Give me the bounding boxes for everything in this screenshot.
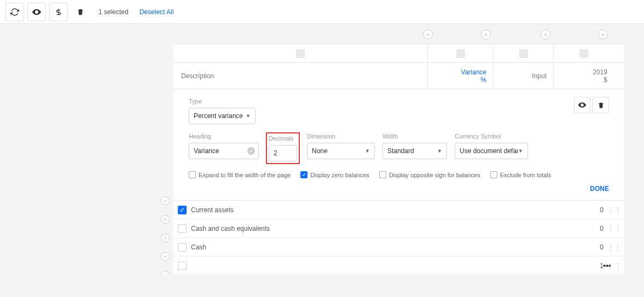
refresh-button[interactable] <box>5 3 24 21</box>
row-description: Cash <box>191 243 537 251</box>
add-column-button[interactable]: + <box>423 30 433 39</box>
report-panel: Description Variance % Input 2019 $ Type… <box>173 44 624 275</box>
add-column-button[interactable]: + <box>541 30 550 39</box>
delete-button[interactable] <box>71 3 90 21</box>
chevron-down-icon: ▼ <box>437 148 442 154</box>
expand-width-checkbox[interactable]: Expand to fill the width of the page <box>189 171 291 178</box>
add-column-row: + + + + <box>0 24 644 44</box>
column-checkbox[interactable] <box>456 49 465 58</box>
deselect-all-link[interactable]: Deselect All <box>140 8 174 16</box>
drag-handle-icon[interactable]: ⋮⋮ <box>607 224 621 233</box>
opposite-sign-checkbox[interactable]: Display opposite sign for balances <box>379 171 480 178</box>
drag-handle-icon[interactable]: ⋮⋮ <box>607 261 621 270</box>
row-checkbox[interactable] <box>178 243 187 252</box>
table-row[interactable]: + ✓ Current assets 0 ⋮⋮ <box>173 201 624 219</box>
exclude-totals-checkbox[interactable]: Exclude from totals <box>490 171 552 178</box>
chevron-down-icon: ▼ <box>246 113 251 119</box>
visibility-button[interactable] <box>574 97 590 113</box>
header-variance[interactable]: Variance % <box>428 63 494 89</box>
drag-handle-icon[interactable]: ⋮⋮ <box>607 243 621 252</box>
column-header-row: Description Variance % Input 2019 $ <box>173 63 624 89</box>
type-select[interactable]: Percent variance ▼ <box>189 108 256 124</box>
column-checkbox-row <box>173 44 624 63</box>
heading-label: Heading <box>189 133 259 139</box>
selection-toolbar: 1 selected Deselect All <box>0 0 644 24</box>
row-checkbox[interactable] <box>178 261 187 270</box>
dimension-label: Dimension <box>307 133 375 139</box>
row-description: Current assets <box>191 206 537 214</box>
row-checkbox[interactable] <box>178 224 187 233</box>
clear-icon[interactable]: × <box>247 147 255 155</box>
currency-button[interactable] <box>49 3 68 21</box>
dimension-select[interactable]: None ▼ <box>307 143 375 159</box>
heading-input[interactable]: Variance × <box>189 143 259 159</box>
row-description: Cash and cash equivalents <box>191 225 537 232</box>
width-select[interactable]: Standard ▼ <box>382 143 447 159</box>
add-row-button[interactable]: + <box>161 196 170 205</box>
row-checkbox[interactable]: ✓ <box>178 206 187 214</box>
add-column-button[interactable]: + <box>598 30 608 39</box>
chevron-down-icon: ▼ <box>365 148 370 154</box>
currency-label: Currency Symbol <box>455 133 528 139</box>
drag-handle-icon[interactable]: ⋮⋮ <box>607 206 621 214</box>
add-row-button[interactable]: + <box>161 215 170 224</box>
header-year[interactable]: 2019 $ <box>554 63 614 89</box>
delete-button[interactable] <box>593 97 609 113</box>
column-checkbox[interactable] <box>296 49 305 58</box>
chevron-down-icon: ▼ <box>518 148 523 154</box>
done-button[interactable]: DONE <box>590 185 609 193</box>
add-row-button[interactable]: + <box>161 234 170 242</box>
decimals-label: Decimals <box>269 135 297 142</box>
selection-count: 1 selected <box>98 8 129 16</box>
add-column-button[interactable]: + <box>481 30 491 39</box>
table-row[interactable]: + Cash 0 ⋮⋮ <box>173 238 624 257</box>
type-label: Type <box>189 98 609 104</box>
currency-select[interactable]: Use document default ▼ <box>455 143 528 159</box>
width-label: Width <box>382 133 447 139</box>
column-checkbox[interactable] <box>519 49 528 58</box>
decimals-input[interactable]: 2 <box>269 145 297 161</box>
decimals-field-highlight: Decimals 2 <box>266 133 299 164</box>
header-input[interactable]: Input <box>494 63 554 89</box>
display-zero-checkbox[interactable]: ✓Display zero balances <box>300 171 369 178</box>
add-row-button[interactable]: + <box>161 252 170 261</box>
table-row[interactable]: + Cash and cash equivalents 0 ⋮⋮ <box>173 219 624 238</box>
table-row[interactable]: + 1 ••• ⋮⋮ <box>173 257 624 275</box>
visibility-button[interactable] <box>27 3 46 21</box>
header-description[interactable]: Description <box>173 63 428 89</box>
add-row-button[interactable]: + <box>161 271 170 275</box>
column-checkbox[interactable] <box>579 49 588 58</box>
column-edit-panel: Type Percent variance ▼ Heading Variance… <box>173 89 624 201</box>
data-rows: + + ✓ Current assets 0 ⋮⋮ + Cash and cas… <box>173 201 624 275</box>
